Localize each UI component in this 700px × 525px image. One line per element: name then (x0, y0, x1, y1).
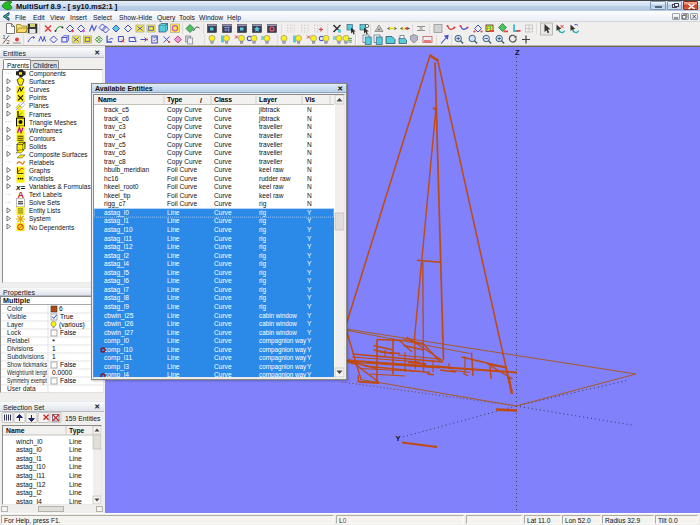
svg-text:Y: Y (307, 209, 312, 216)
svg-text:Line: Line (167, 346, 180, 353)
svg-text:Show tickmarks: Show tickmarks (7, 361, 48, 368)
svg-text:Curve: Curve (214, 217, 232, 224)
svg-text:track_c6: track_c6 (104, 115, 129, 123)
svg-text:Solve Sets: Solve Sets (29, 199, 61, 206)
svg-text:Wireframes: Wireframes (29, 127, 63, 134)
svg-text:astag_l8: astag_l8 (104, 294, 129, 302)
svg-text:traveller: traveller (259, 132, 283, 139)
svg-text:jibtrack: jibtrack (258, 115, 281, 123)
svg-text:N: N (307, 106, 312, 113)
svg-text:Name: Name (98, 96, 117, 103)
svg-text:N: N (307, 132, 312, 139)
svg-text:Line: Line (167, 235, 180, 242)
svg-text:Surfaces: Surfaces (29, 78, 55, 85)
svg-text:6: 6 (59, 305, 63, 312)
svg-text:Curve: Curve (214, 175, 232, 182)
svg-text:rig: rig (259, 260, 266, 268)
svg-text:Curve: Curve (214, 269, 232, 276)
svg-text:keel raw: keel raw (259, 192, 284, 199)
svg-text:Curve: Curve (214, 192, 232, 199)
svg-text:hc16: hc16 (104, 175, 119, 182)
svg-text:Color: Color (7, 305, 24, 312)
svg-text:cabin window: cabin window (259, 329, 297, 336)
svg-text:Y: Y (307, 363, 312, 370)
svg-text:1: 1 (52, 345, 56, 352)
svg-text:Curve: Curve (214, 235, 232, 242)
svg-text:hbulb_meridian: hbulb_meridian (104, 166, 149, 174)
svg-text:cbwin_l27: cbwin_l27 (104, 329, 134, 337)
svg-text:astag_l10: astag_l10 (104, 226, 133, 234)
svg-text:N: N (307, 158, 312, 165)
svg-text:N: N (307, 183, 312, 190)
svg-text:astag_l10: astag_l10 (16, 463, 46, 471)
svg-text:No Dependents: No Dependents (29, 224, 75, 232)
svg-text:Layer: Layer (259, 96, 277, 104)
svg-text:trav_c6: trav_c6 (104, 149, 126, 157)
svg-text:trav_c3: trav_c3 (104, 123, 126, 131)
svg-text:Y: Y (307, 269, 312, 276)
svg-text:Y: Y (307, 303, 312, 310)
svg-text:Y: Y (396, 434, 401, 443)
svg-text:rig: rig (259, 303, 266, 311)
svg-text:traveller: traveller (259, 149, 283, 156)
svg-text:1: 1 (3, 34, 6, 40)
svg-text:Relabels: Relabels (29, 159, 55, 166)
svg-text:Line: Line (167, 329, 180, 336)
svg-text:Subdivisions: Subdivisions (7, 353, 45, 360)
svg-text:Line: Line (167, 303, 180, 310)
svg-text:Graphs: Graphs (29, 167, 51, 175)
svg-text:rig: rig (259, 252, 266, 260)
svg-text:N: N (307, 123, 312, 130)
svg-text:traveller: traveller (259, 158, 283, 165)
svg-text:Entity Lists: Entity Lists (29, 207, 61, 215)
svg-text:trav_c8: trav_c8 (104, 158, 126, 166)
svg-text:Line: Line (167, 337, 180, 344)
svg-text:cbwin_l26: cbwin_l26 (104, 320, 134, 328)
svg-text:astag_l12: astag_l12 (104, 243, 133, 251)
svg-text:Y: Y (307, 294, 312, 301)
svg-text:Line: Line (69, 455, 82, 462)
svg-text:comp_l4: comp_l4 (104, 371, 129, 377)
svg-text:astag_l11: astag_l11 (16, 472, 45, 480)
svg-text:N: N (307, 200, 312, 207)
svg-text:Name: Name (6, 427, 25, 434)
svg-text:Curve: Curve (214, 183, 232, 190)
svg-text:Curve: Curve (214, 209, 232, 216)
svg-text:Foil Curve: Foil Curve (167, 200, 197, 207)
svg-text:System: System (29, 215, 51, 223)
svg-text:Curve: Curve (214, 200, 232, 207)
svg-text:Symmetry exempt: Symmetry exempt (7, 377, 47, 385)
svg-text:comp_l0: comp_l0 (104, 337, 129, 345)
svg-text:Variables & Formulas: Variables & Formulas (29, 183, 91, 190)
svg-text:compagnion way: compagnion way (259, 346, 307, 354)
svg-text:traveller: traveller (259, 123, 283, 130)
svg-text:Y: Y (307, 337, 312, 344)
svg-text:Curve: Curve (214, 294, 232, 301)
svg-text:Class: Class (214, 96, 232, 103)
svg-text:Z: Z (515, 48, 520, 57)
svg-text:Copy Curve: Copy Curve (167, 115, 202, 123)
svg-text:Relabel: Relabel (7, 337, 30, 344)
svg-text:Line: Line (167, 354, 180, 361)
svg-text:astag_l0: astag_l0 (16, 446, 42, 454)
svg-text:159 Entities: 159 Entities (65, 415, 101, 422)
svg-text:cabin window: cabin window (259, 320, 297, 327)
svg-text:N: N (307, 115, 312, 122)
svg-text:Curve: Curve (214, 354, 232, 361)
svg-text:Copy Curve: Copy Curve (167, 123, 202, 131)
svg-text:trav_c5: trav_c5 (104, 141, 126, 149)
svg-text:Curve: Curve (214, 141, 232, 148)
svg-text:rig: rig (259, 286, 266, 294)
svg-text:(various): (various) (59, 321, 85, 329)
svg-text:Curve: Curve (214, 363, 232, 370)
svg-text:Y: Y (307, 329, 312, 336)
svg-text:rig: rig (259, 200, 267, 208)
svg-text:compagnion way: compagnion way (259, 337, 307, 345)
svg-text:Components: Components (29, 70, 67, 78)
svg-text:Text Labels: Text Labels (29, 191, 63, 198)
svg-text:Curve: Curve (214, 252, 232, 259)
svg-text:Y: Y (307, 346, 312, 353)
svg-text:Line: Line (69, 472, 82, 479)
svg-text:Line: Line (167, 320, 180, 327)
svg-text:Y: Y (307, 243, 312, 250)
